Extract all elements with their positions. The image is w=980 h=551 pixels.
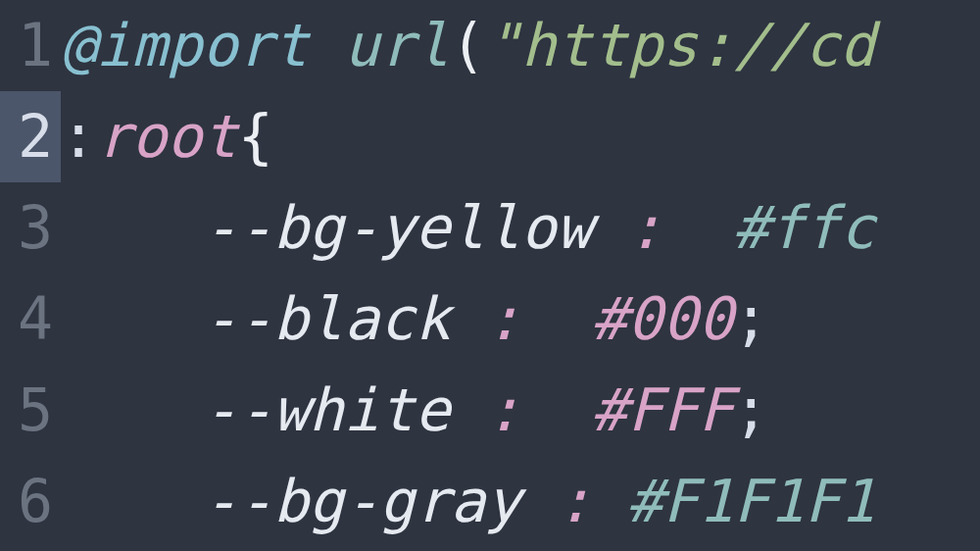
code-editor[interactable]: 1@import url("https://cd2:root{3 --bg-ye…: [0, 0, 980, 551]
code-token: [662, 193, 733, 262]
code-token: #000: [592, 284, 734, 353]
code-token: --bg-gray: [61, 467, 557, 535]
code-token: --bg-yellow: [61, 193, 627, 262]
line-number: 3: [0, 182, 61, 274]
code-token: {: [238, 102, 273, 171]
code-token: :: [485, 284, 520, 353]
code-token: url: [344, 11, 450, 79]
code-token: [521, 376, 592, 444]
code-token: :: [61, 102, 96, 171]
line-number: 6: [0, 456, 61, 547]
code-token: [521, 284, 592, 353]
code-line[interactable]: 2:root{: [0, 91, 980, 182]
code-content[interactable]: --bg-gray : #F1F1F1: [61, 456, 980, 547]
code-token: --white: [61, 376, 485, 444]
code-token: :: [557, 467, 592, 535]
code-content[interactable]: :root{: [61, 91, 980, 182]
code-token: #FFF: [592, 376, 734, 444]
code-content[interactable]: --black : #000;: [61, 274, 980, 365]
code-token: (: [450, 11, 485, 79]
line-number: 4: [0, 274, 61, 365]
code-content[interactable]: @import url("https://cd: [61, 0, 980, 91]
code-token: [309, 11, 344, 79]
code-line[interactable]: 3 --bg-yellow : #ffc: [0, 182, 980, 274]
line-number: 5: [0, 365, 61, 456]
code-token: --black: [61, 284, 485, 353]
code-token: root: [96, 102, 238, 171]
code-content[interactable]: --white : #FFF;: [61, 365, 980, 456]
code-line[interactable]: 5 --white : #FFF;: [0, 365, 980, 456]
code-token: #F1F1F1: [627, 467, 875, 535]
code-token: #ffc: [733, 193, 875, 262]
code-line[interactable]: 6 --bg-gray : #F1F1F1: [0, 456, 980, 547]
code-content[interactable]: --bg-yellow : #ffc: [61, 182, 980, 274]
code-token: @import: [61, 11, 309, 79]
code-token: "https://cd: [486, 11, 875, 79]
code-token: :: [627, 193, 662, 262]
code-line[interactable]: 4 --black : #000;: [0, 274, 980, 365]
code-token: [592, 467, 627, 535]
line-number: 2: [0, 91, 61, 182]
code-token: :: [485, 376, 520, 444]
line-number: 1: [0, 0, 61, 91]
code-token: ;: [733, 284, 768, 353]
code-token: ;: [733, 376, 768, 444]
code-line[interactable]: 1@import url("https://cd: [0, 0, 980, 91]
